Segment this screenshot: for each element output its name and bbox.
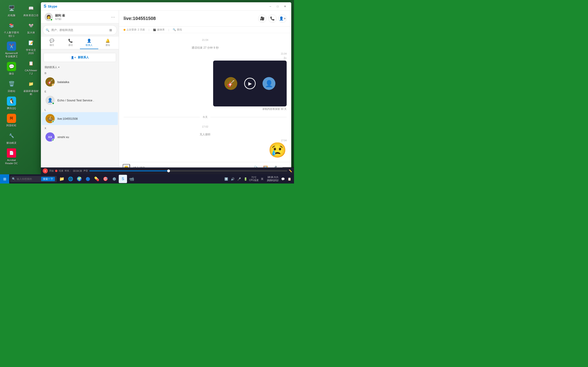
new-contact-button[interactable]: 👤+ 新联系人	[44, 53, 116, 62]
sad-emoji-row: 17:04 😢	[124, 139, 287, 157]
video-timestamp: 21:04	[281, 52, 287, 55]
call-ended-msg: 通话结束 27 分钟 9 秒	[124, 46, 287, 50]
media-icon: 🎬	[153, 28, 156, 31]
search-label: 查找	[177, 28, 182, 31]
desktop-icon-business-english[interactable]: 📖 商务英语口语	[22, 2, 40, 18]
desktop-icon-wechat[interactable]: 💬 微信	[2, 60, 21, 77]
video-play-button[interactable]: ▶	[244, 78, 256, 89]
taskbar-chrome-icon[interactable]: 🔵	[84, 175, 92, 183]
grid-view-button[interactable]: ⊞	[107, 27, 114, 33]
search-info[interactable]: 🔍 查找	[173, 28, 182, 31]
contact-item-xinshi[interactable]: XX xinshi xu	[42, 131, 118, 143]
video-call-button[interactable]: 🎥	[258, 15, 267, 23]
mic-active-icon[interactable]: 🎤	[236, 175, 242, 183]
contact-item-echo[interactable]: 👤 Echo / Sound Test Service .	[42, 94, 118, 107]
desktop-icon-apowersoft[interactable]: ✂️ Apowersoft专业截屏王	[2, 40, 21, 60]
section-l-header: L	[41, 107, 119, 112]
media-label: 媒体库	[157, 28, 165, 31]
desktop-icon-digital-library[interactable]: 📚 个人数字图书馆2.1	[2, 19, 21, 39]
minimize-button[interactable]: –	[267, 4, 274, 9]
notifications-tray-icon[interactable]: 💬	[280, 175, 286, 183]
taskbar-skype-icon[interactable]: S	[119, 175, 127, 183]
title-bar: S Skype – □ ✕	[41, 2, 291, 10]
recording-indicator[interactable]: ⏸	[43, 168, 48, 173]
profile-more-button[interactable]: ⋯	[111, 15, 115, 19]
start-button[interactable]: ⊞	[0, 174, 9, 184]
taskbar-edge-icon[interactable]: 🌍	[75, 175, 83, 183]
pipe-separator-2: |	[168, 28, 169, 31]
section-b-header: B	[41, 70, 119, 75]
progress-thumb	[167, 169, 170, 172]
add-participant-button[interactable]: 👤+	[278, 15, 287, 23]
desktop-icon-tencent-qq[interactable]: 🐧 腾讯QQ	[2, 95, 21, 111]
sad-emoji-container: 17:04 😢	[268, 139, 287, 157]
skype-window: S Skype – □ ✕ 👩 丽利 崔	[41, 2, 291, 173]
action-center-icon[interactable]: 📋	[287, 175, 292, 183]
tab-chat-label: 聊天	[50, 44, 54, 47]
maximize-button[interactable]: □	[274, 4, 281, 9]
input-method-icon[interactable]: 英	[259, 175, 265, 183]
close-button[interactable]: ✕	[282, 4, 288, 9]
chat-contact-name: live:104551508	[124, 16, 258, 21]
forward-controls: ▷	[284, 56, 287, 60]
contacts-icon: 👤	[87, 39, 91, 43]
search-input[interactable]	[51, 28, 106, 32]
tab-contacts[interactable]: 👤 联系人	[80, 37, 99, 49]
desktop-icon-alibaba[interactable]: 阿 阿里旺旺	[2, 112, 21, 128]
title-bar-controls: – □ ✕	[267, 4, 288, 9]
taskbar-app6-icon[interactable]: ⚙️	[110, 175, 118, 183]
tab-notifications[interactable]: 🔔 通知	[98, 37, 117, 49]
contact-item-live[interactable]: 🍲 live:104551508	[42, 112, 118, 125]
desktop-icon-shu-da[interactable]: 🐭 鼠大侠	[22, 19, 40, 35]
sad-emoji-display: 😢	[268, 143, 287, 157]
tab-chat[interactable]: 💬 聊天	[43, 37, 61, 49]
left-sidebar: 👩 丽利 崔 NT$0 ⋯ 🔍 ⊞	[41, 10, 119, 173]
media-library-info[interactable]: 🎬 媒体库	[153, 28, 165, 31]
network-icon[interactable]: ⬆️	[224, 175, 229, 183]
voice-call-button[interactable]: 📞	[268, 15, 277, 23]
chat-header-actions: 🎥 📞 👤+	[258, 15, 287, 23]
xinshi-status-dot	[52, 139, 54, 141]
taskbar-app4-icon[interactable]: 💊	[93, 175, 101, 183]
video-thumbnail[interactable]: 🎸 ▶ 👤	[213, 60, 287, 106]
taskbar-search-button[interactable]: 搜索一下	[41, 177, 55, 181]
desktop-icons-container: 🖥️ 此电脑 📚 个人数字图书馆2.1 ✂️ Apowersoft专业截屏王 💬…	[0, 0, 41, 169]
desktop-icon-recycle-bin[interactable]: 🗑️ 回收站	[2, 78, 21, 94]
taskbar-app5-icon[interactable]: 🎯	[101, 175, 110, 183]
xinshi-avatar: XX	[45, 132, 55, 142]
online-status-dot	[50, 19, 52, 21]
video-participant-right: 👤	[262, 77, 275, 90]
rec-time-label: 时长：	[65, 169, 72, 173]
tab-calls[interactable]: 📞 通话	[61, 37, 80, 49]
desktop-icon-driver-wizard[interactable]: 🔧 驱动精灵	[2, 130, 21, 146]
taskbar-search-area: 🔍 搜索一下	[10, 176, 57, 182]
desktop-icon-holiday[interactable]: 📁 崔丽莉请假材料	[22, 78, 40, 98]
desktop-icon-caj[interactable]: 📋 CAJViewer7.2	[22, 57, 40, 77]
echo-avatar: 👤	[45, 96, 55, 105]
taskbar-ie-icon[interactable]: 🌐	[66, 175, 75, 183]
taskbar-app7-icon[interactable]: 📹	[128, 175, 136, 183]
speaker-icon[interactable]: 🔊	[230, 175, 235, 183]
nav-tabs: 💬 聊天 📞 通话 👤 联系人 🔔 通知	[41, 37, 119, 49]
battery-icon[interactable]: 🔋	[243, 175, 248, 183]
rec-time-value: 00:04:38	[73, 170, 82, 172]
desktop-icon-computer[interactable]: 🖥️ 此电脑	[2, 2, 21, 18]
rec-edit-icon[interactable]: ✏️	[289, 169, 292, 173]
taskbar-time-display: 18:16 六六	[267, 176, 278, 179]
desktop-icon-acrobat[interactable]: 📄 AcrobatReader DC	[2, 147, 21, 167]
balalaika-name: balalaika	[57, 80, 69, 84]
taskbar-search-input[interactable]	[17, 177, 40, 180]
contact-item-balalaika[interactable]: 🎸 balalaika	[42, 75, 118, 88]
contacts-section: 👤+ 新联系人 我的联系人 ▾ B 🎸	[41, 49, 119, 173]
skype-icon: S	[44, 4, 46, 9]
divider-left	[124, 117, 200, 117]
live-status-dot	[52, 120, 54, 123]
taskbar-explorer-icon[interactable]: 📁	[58, 175, 66, 183]
my-contacts-header[interactable]: 我的联系人 ▾	[41, 64, 119, 70]
echo-status-dot	[52, 102, 54, 105]
recording-progress[interactable]	[89, 170, 287, 171]
rec-end-label: 结束	[59, 169, 63, 173]
xinshi-name: xinshi xu	[57, 135, 69, 139]
desktop-icon-thesis[interactable]: 📝 学年论文2020	[22, 37, 40, 56]
taskbar-clock[interactable]: 18:16 六六 2020/12/12	[266, 176, 279, 182]
